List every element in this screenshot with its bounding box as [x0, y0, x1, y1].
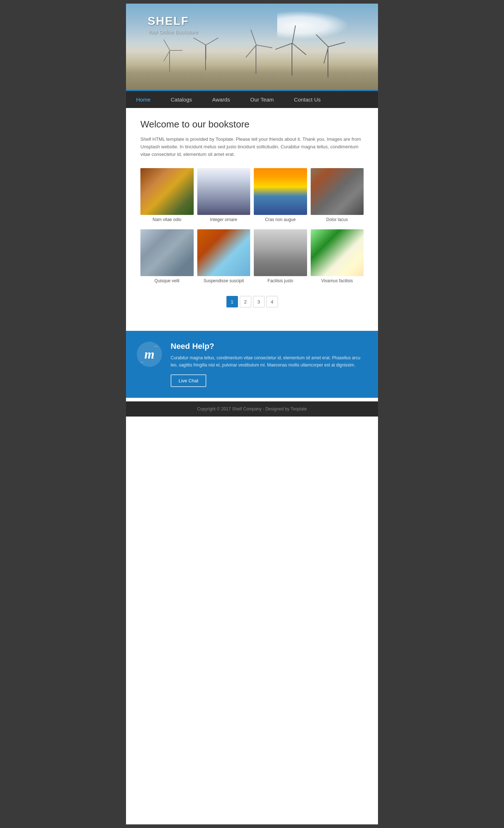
- help-title: Need Help?: [171, 342, 367, 351]
- grid-item-6[interactable]: Suspendisse suscipit: [197, 229, 251, 283]
- footer-text: Copyright © 2017 Shelf Company - Designe…: [197, 406, 307, 411]
- image-mushroom: [311, 229, 364, 276]
- page-btn-2[interactable]: 2: [240, 296, 251, 307]
- grid-item-1[interactable]: Nam vitae odio: [140, 168, 194, 222]
- caption-2: Integer ornare: [197, 217, 251, 222]
- turbine-1: [169, 50, 170, 72]
- live-chat-button[interactable]: Live Chat: [171, 374, 206, 387]
- image-person: [254, 229, 307, 276]
- nav-awards[interactable]: Awards: [202, 91, 240, 108]
- page-btn-1[interactable]: 1: [226, 296, 238, 307]
- caption-3: Cras non augue: [254, 217, 307, 222]
- caption-4: Dolor lacus: [311, 217, 364, 222]
- nav-catalogs[interactable]: Catalogs: [161, 91, 202, 108]
- image-bridge: [197, 229, 251, 276]
- image-building: [197, 168, 251, 215]
- navbar: Home Catalogs Awards Our Team Contact Us: [126, 90, 378, 108]
- image-house: [140, 229, 194, 276]
- help-content: Need Help? Curabitur magna tellus, condi…: [171, 342, 367, 387]
- welcome-body: Shelf HTML template is provided by Toopl…: [140, 136, 364, 158]
- caption-8: Vivamus facilisis: [311, 278, 364, 283]
- caption-6: Suspendisse suscipit: [197, 278, 251, 283]
- hero-section: SHELF Your Online Bookstore: [126, 4, 378, 90]
- grid-item-5[interactable]: Quisque velit: [140, 229, 194, 283]
- page-btn-4[interactable]: 4: [266, 296, 278, 307]
- turbine-3: [256, 45, 256, 74]
- help-section: m • • • • • Need Help? Curabitur magna t…: [126, 331, 378, 397]
- grid-item-3[interactable]: Cras non augue: [254, 168, 307, 222]
- page-btn-3[interactable]: 3: [253, 296, 265, 307]
- turbine-5: [328, 47, 328, 77]
- hero-text: SHELF Your Online Bookstore: [148, 14, 198, 35]
- image-autumn: [140, 168, 194, 215]
- help-icon: m • • • • •: [137, 342, 162, 367]
- main-content: Welcome to our bookstore Shelf HTML temp…: [126, 108, 378, 327]
- grid-item-7[interactable]: Facilisis justo: [254, 229, 307, 283]
- turbine-4: [292, 43, 292, 76]
- help-icon-letter: m: [144, 347, 154, 362]
- grid-item-2[interactable]: Integer ornare: [197, 168, 251, 222]
- site-title: SHELF: [148, 14, 198, 28]
- site-subtitle: Your Online Bookstore: [148, 29, 198, 35]
- footer: Copyright © 2017 Shelf Company - Designe…: [126, 401, 378, 417]
- image-road: [311, 168, 364, 215]
- nav-our-team[interactable]: Our Team: [240, 91, 284, 108]
- turbine-2: [205, 45, 206, 70]
- pagination: 1 2 3 4: [140, 287, 364, 316]
- grid-item-4[interactable]: Dolor lacus: [311, 168, 364, 222]
- help-body: Curabitur magna tellus, condimentum vita…: [171, 355, 367, 368]
- image-jump: [254, 168, 307, 215]
- hero-clouds: [277, 11, 349, 40]
- nav-home[interactable]: Home: [126, 91, 161, 108]
- image-grid-row2: Quisque velit Suspendisse suscipit Facil…: [140, 229, 364, 283]
- caption-7: Facilisis justo: [254, 278, 307, 283]
- image-grid-row1: Nam vitae odio Integer ornare Cras non a…: [140, 168, 364, 222]
- grid-item-8[interactable]: Vivamus facilisis: [311, 229, 364, 283]
- welcome-title: Welcome to our bookstore: [140, 119, 364, 130]
- caption-5: Quisque velit: [140, 278, 194, 283]
- caption-1: Nam vitae odio: [140, 217, 194, 222]
- nav-contact-us[interactable]: Contact Us: [284, 91, 331, 108]
